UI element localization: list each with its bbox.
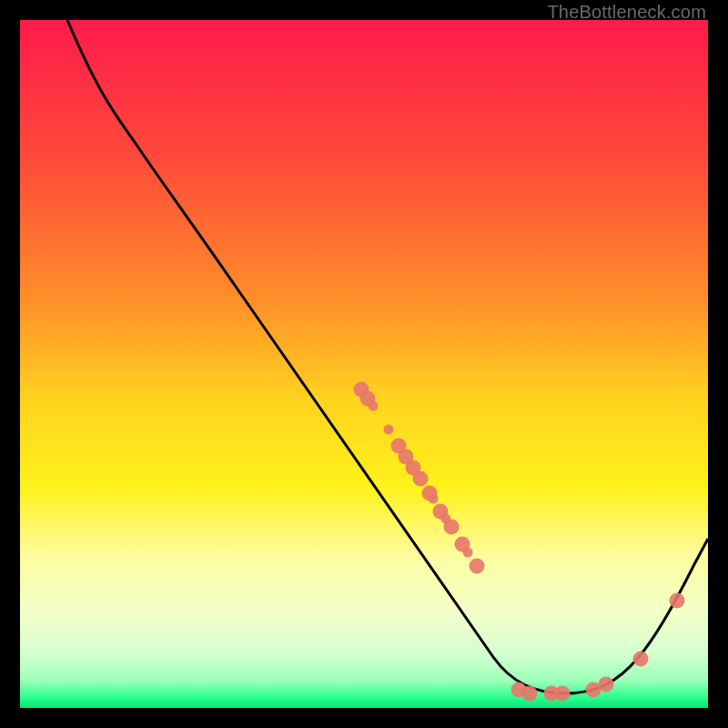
curve-marker [463,548,473,558]
curve-marker [444,520,460,535]
chart-frame [20,20,708,708]
curve-marker [369,401,379,411]
curve-marker [413,471,429,487]
curve-marker [555,686,571,702]
watermark-text: TheBottleneck.com [547,2,706,23]
curve-marker [633,652,649,667]
curve-marker [384,425,394,435]
bottleneck-chart [20,20,708,708]
curve-marker [599,677,614,693]
curve-marker [470,559,485,574]
curve-marker [522,686,538,702]
curve-marker [670,593,685,609]
gradient-background [20,20,708,708]
curve-marker [429,494,439,504]
